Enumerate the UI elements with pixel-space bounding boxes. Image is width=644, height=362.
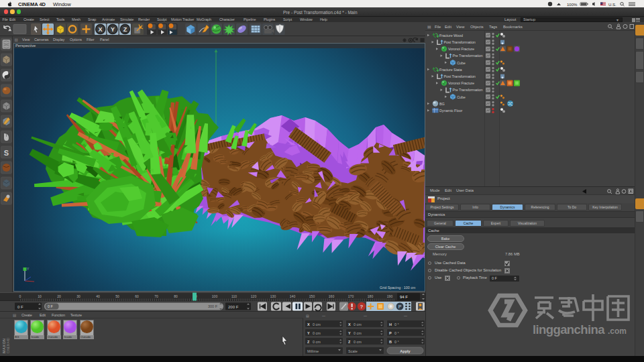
- svg-text:Fracture Stata: Fracture Stata: [439, 68, 462, 72]
- svg-text:Voronoi Fracture: Voronoi Fracture: [448, 81, 474, 85]
- svg-text:B: B: [389, 340, 392, 344]
- svg-text:110: 110: [231, 294, 237, 298]
- svg-text:Apply: Apply: [400, 349, 411, 353]
- svg-text:Post Transformation: Post Transformation: [444, 40, 476, 44]
- svg-text:S: S: [4, 149, 9, 157]
- svg-text:Fracture Wood: Fracture Wood: [439, 34, 463, 38]
- svg-text:U.S.: U.S.: [608, 3, 616, 7]
- svg-text:▤: ▤: [306, 314, 309, 318]
- svg-text:lingganchina: lingganchina: [533, 322, 605, 337]
- svg-text:120: 120: [251, 294, 257, 298]
- svg-text:0 °: 0 °: [394, 331, 399, 335]
- svg-text:0 cm: 0 cm: [354, 331, 362, 335]
- svg-text:100: 100: [212, 294, 218, 298]
- svg-text:Pre Transformation: Pre Transformation: [453, 88, 483, 92]
- svg-text:X: X: [99, 26, 103, 33]
- svg-text:Post Transformation: Post Transformation: [444, 74, 476, 78]
- svg-text:Dynamic Floor: Dynamic Floor: [439, 109, 462, 113]
- svg-text:70: 70: [154, 294, 158, 298]
- svg-text:100%: 100%: [567, 3, 578, 7]
- svg-text:40: 40: [96, 294, 100, 298]
- svg-text:BG: BG: [439, 102, 445, 106]
- svg-text:0 cm: 0 cm: [313, 331, 321, 335]
- svg-text:94 F: 94 F: [400, 295, 408, 299]
- svg-text:180: 180: [368, 294, 374, 298]
- svg-text:0 cm: 0 cm: [354, 340, 362, 344]
- svg-text:—: —: [322, 314, 325, 318]
- svg-text:20: 20: [57, 294, 61, 298]
- svg-text:130: 130: [270, 294, 276, 298]
- svg-text:Y: Y: [111, 26, 115, 33]
- svg-text:10: 10: [38, 294, 42, 298]
- svg-text:Scale: Scale: [348, 349, 358, 353]
- svg-text:X: X: [348, 322, 351, 326]
- svg-text:Pre Transformation: Pre Transformation: [453, 54, 483, 58]
- svg-text:50: 50: [115, 294, 119, 298]
- svg-text:0 cm: 0 cm: [354, 322, 362, 326]
- svg-text:0 cm: 0 cm: [313, 340, 321, 344]
- svg-text:30: 30: [76, 294, 80, 298]
- svg-text:P: P: [398, 304, 402, 309]
- svg-text:P: P: [389, 331, 392, 335]
- svg-text:140: 140: [290, 294, 296, 298]
- svg-text:Cube: Cube: [457, 61, 466, 65]
- svg-text:60: 60: [135, 294, 139, 298]
- svg-text:200 F: 200 F: [228, 305, 239, 309]
- svg-text:300 F: 300 F: [208, 304, 218, 308]
- svg-text:.com: .com: [608, 326, 627, 336]
- svg-text:?: ?: [360, 304, 364, 310]
- svg-text:Y: Y: [348, 331, 351, 335]
- svg-text:Z: Z: [123, 26, 127, 33]
- svg-text:—: —: [364, 314, 367, 318]
- svg-text:190: 190: [387, 294, 393, 298]
- svg-text:0 F: 0 F: [48, 304, 54, 308]
- svg-text:0: 0: [19, 294, 21, 298]
- svg-text:80: 80: [174, 294, 178, 298]
- svg-text:0 °: 0 °: [394, 340, 399, 344]
- svg-text:X: X: [307, 322, 310, 326]
- svg-text:H: H: [389, 322, 392, 326]
- svg-text:160: 160: [329, 294, 335, 298]
- svg-text:0 °: 0 °: [394, 322, 399, 326]
- svg-text:170: 170: [348, 294, 354, 298]
- svg-text:150: 150: [309, 294, 315, 298]
- svg-text:Voronoi Fracture: Voronoi Fracture: [448, 47, 474, 51]
- svg-text:—: —: [404, 314, 407, 318]
- svg-text:0 cm: 0 cm: [313, 322, 321, 326]
- svg-text:0 F: 0 F: [17, 305, 23, 309]
- svg-text:Millime: Millime: [307, 349, 319, 353]
- svg-text:Y: Y: [307, 331, 310, 335]
- svg-text:Cube: Cube: [457, 95, 466, 99]
